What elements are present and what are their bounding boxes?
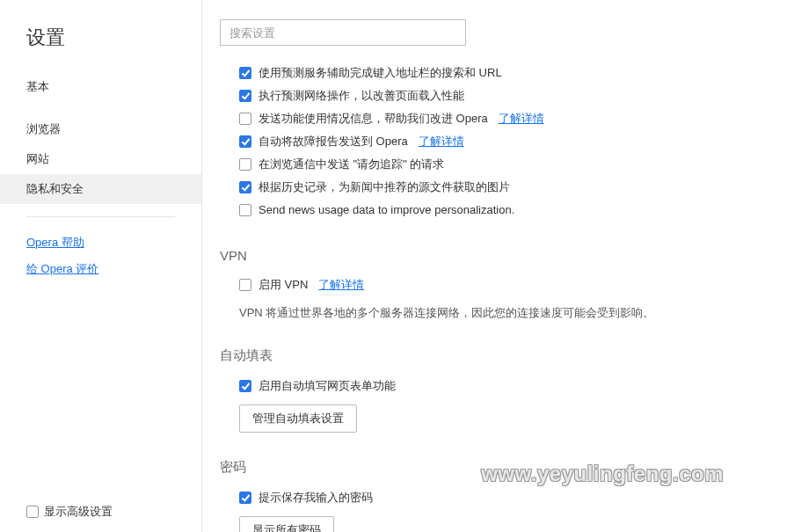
password-prompt-row[interactable]: 提示保存我输入的密码 bbox=[220, 486, 776, 509]
checkbox-label: 提示保存我输入的密码 bbox=[259, 489, 373, 506]
checkbox[interactable] bbox=[239, 204, 251, 216]
checkbox-label: 执行预测网络操作，以改善页面载入性能 bbox=[259, 87, 464, 105]
checkbox[interactable] bbox=[239, 113, 251, 125]
nav-basic[interactable]: 基本 bbox=[0, 72, 201, 102]
checkbox[interactable] bbox=[239, 380, 251, 392]
nav-sites[interactable]: 网站 bbox=[0, 144, 201, 174]
help-link[interactable]: Opera 帮助 bbox=[0, 230, 201, 256]
checkbox-label: Send news usage data to improve personal… bbox=[259, 201, 514, 219]
checkbox[interactable] bbox=[239, 90, 251, 102]
learn-more-link[interactable]: 了解详情 bbox=[318, 276, 364, 294]
checkbox[interactable] bbox=[239, 492, 251, 504]
vpn-section: VPN 启用 VPN 了解详情 VPN 将通过世界各地的多个服务器连接网络，因此… bbox=[220, 244, 776, 321]
checkbox-label: 在浏览通信中发送 "请勿追踪" 的请求 bbox=[259, 156, 444, 173]
page-title: 设置 bbox=[0, 18, 201, 72]
privacy-check-1[interactable]: 使用预测服务辅助完成键入地址栏的搜索和 URL bbox=[220, 62, 776, 84]
privacy-check-3[interactable]: 发送功能使用情况信息，帮助我们改进 Opera 了解详情 bbox=[220, 107, 776, 130]
search-input[interactable] bbox=[220, 19, 466, 46]
manage-autofill-button[interactable]: 管理自动填表设置 bbox=[239, 404, 357, 433]
nav-privacy[interactable]: 隐私和安全 bbox=[0, 174, 201, 204]
sidebar: 设置 基本 浏览器 网站 隐私和安全 Opera 帮助 给 Opera 评价 显… bbox=[0, 0, 202, 532]
privacy-check-7[interactable]: Send news usage data to improve personal… bbox=[220, 199, 776, 222]
privacy-check-5[interactable]: 在浏览通信中发送 "请勿追踪" 的请求 bbox=[220, 153, 776, 176]
show-passwords-button[interactable]: 显示所有密码 bbox=[239, 516, 334, 532]
passwords-section: 密码 提示保存我输入的密码 显示所有密码 bbox=[220, 455, 776, 532]
autofill-title: 自动填表 bbox=[220, 344, 776, 375]
divider bbox=[26, 216, 175, 217]
privacy-check-4[interactable]: 自动将故障报告发送到 Opera 了解详情 bbox=[220, 130, 776, 153]
checkbox[interactable] bbox=[239, 135, 251, 148]
rate-link[interactable]: 给 Opera 评价 bbox=[0, 256, 201, 282]
sidebar-nav: 基本 浏览器 网站 隐私和安全 Opera 帮助 给 Opera 评价 bbox=[0, 72, 201, 282]
privacy-section: 使用预测服务辅助完成键入地址栏的搜索和 URL 执行预测网络操作，以改善页面载入… bbox=[220, 62, 776, 222]
search-row bbox=[220, 0, 776, 62]
checkbox-label: 启用 VPN bbox=[259, 276, 308, 294]
autofill-section: 自动填表 启用自动填写网页表单功能 管理自动填表设置 bbox=[220, 344, 776, 433]
autofill-enable-row[interactable]: 启用自动填写网页表单功能 bbox=[220, 375, 776, 397]
learn-more-link[interactable]: 了解详情 bbox=[419, 133, 464, 150]
checkbox-label: 使用预测服务辅助完成键入地址栏的搜索和 URL bbox=[259, 64, 502, 82]
checkbox[interactable] bbox=[239, 181, 251, 193]
advanced-settings-row[interactable]: 显示高级设置 bbox=[0, 504, 201, 532]
checkbox[interactable] bbox=[239, 67, 251, 79]
checkbox[interactable] bbox=[239, 279, 251, 291]
checkbox-label: 根据历史记录，为新闻中推荐的源文件获取的图片 bbox=[259, 179, 510, 196]
vpn-enable-row[interactable]: 启用 VPN 了解详情 bbox=[220, 273, 776, 296]
checkbox-label: 发送功能使用情况信息，帮助我们改进 Opera bbox=[259, 110, 488, 128]
learn-more-link[interactable]: 了解详情 bbox=[499, 110, 544, 128]
checkbox-label: 启用自动填写网页表单功能 bbox=[259, 377, 396, 395]
vpn-title: VPN bbox=[220, 244, 776, 273]
nav-browser[interactable]: 浏览器 bbox=[0, 114, 201, 144]
main-content: 使用预测服务辅助完成键入地址栏的搜索和 URL 执行预测网络操作，以改善页面载入… bbox=[202, 0, 794, 532]
checkbox[interactable] bbox=[239, 158, 251, 171]
checkbox-label: 自动将故障报告发送到 Opera bbox=[259, 133, 408, 150]
advanced-checkbox[interactable] bbox=[26, 506, 39, 518]
vpn-desc: VPN 将通过世界各地的多个服务器连接网络，因此您的连接速度可能会受到影响。 bbox=[220, 296, 776, 321]
privacy-check-6[interactable]: 根据历史记录，为新闻中推荐的源文件获取的图片 bbox=[220, 176, 776, 199]
privacy-check-2[interactable]: 执行预测网络操作，以改善页面载入性能 bbox=[220, 84, 776, 107]
advanced-label: 显示高级设置 bbox=[44, 504, 113, 520]
passwords-title: 密码 bbox=[220, 455, 776, 486]
